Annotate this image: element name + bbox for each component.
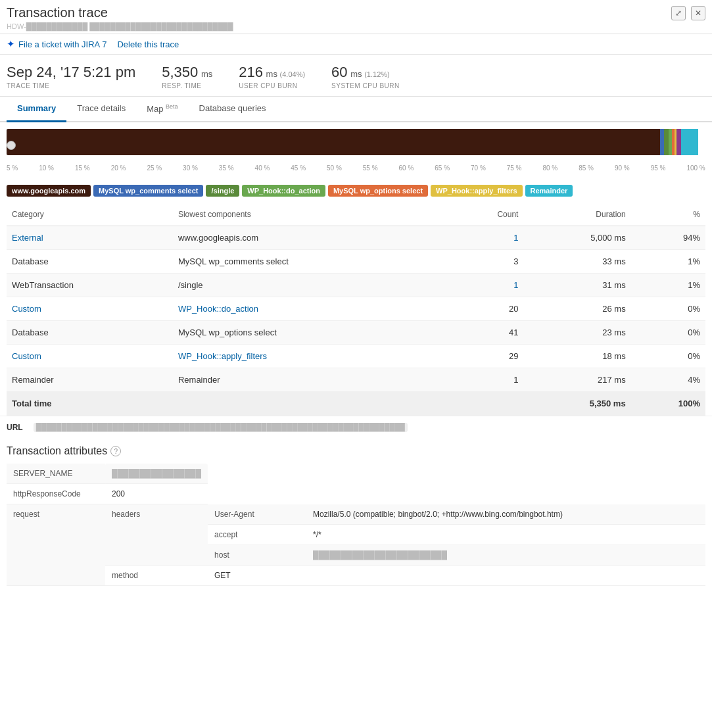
attr-value: 200 xyxy=(105,484,208,504)
cell-pct: 0% xyxy=(631,297,705,321)
components-table: Category Slowest components Count Durati… xyxy=(7,203,705,416)
cell-category: WebTransaction xyxy=(7,274,173,297)
cell-count[interactable]: 1 xyxy=(451,226,524,250)
total-row: Total time5,350 ms100% xyxy=(7,392,705,416)
timeline-bar-container xyxy=(7,129,705,162)
cell-category: Remainder xyxy=(7,368,173,392)
timeline-handle[interactable] xyxy=(7,141,16,150)
cell-pct: 94% xyxy=(631,226,705,250)
file-ticket-button[interactable]: ✦ File a ticket with JIRA 7 xyxy=(7,38,107,50)
bar-segment xyxy=(681,129,699,155)
cpu-system-metric: 60 ms (1.12%) SYSTEM CPU BURN xyxy=(331,64,400,89)
tab-trace-details[interactable]: Trace details xyxy=(66,97,136,122)
title-icons: ⤢ ✕ xyxy=(671,6,705,20)
cell-category: Database xyxy=(7,250,173,274)
jira-icon: ✦ xyxy=(7,38,15,50)
cell-count: 1 xyxy=(451,368,524,392)
host-key: host xyxy=(208,545,306,565)
bar-segment xyxy=(7,129,660,155)
attr-key: httpResponseCode xyxy=(7,484,105,504)
trace-time-metric: Sep 24, '17 5:21 pm TRACE TIME xyxy=(7,64,135,89)
attributes-title: Transaction attributes ? xyxy=(7,445,705,457)
cell-component: www.googleapis.com xyxy=(173,226,451,250)
user-agent-value: Mozilla/5.0 (compatible; bingbot/2.0; +h… xyxy=(306,504,705,525)
url-section: URL ████████████████████████████████████… xyxy=(0,416,712,439)
tab-database-queries[interactable]: Database queries xyxy=(189,97,277,122)
cell-component: /single xyxy=(173,274,451,297)
cell-count[interactable]: 1 xyxy=(451,274,524,297)
method-value: GET xyxy=(208,565,705,585)
expand-icon[interactable]: ⤢ xyxy=(671,6,686,20)
cell-category[interactable]: External xyxy=(7,226,173,250)
cell-count: 20 xyxy=(451,297,524,321)
attr-row: httpResponseCode200 xyxy=(7,484,705,504)
host-value: ████████████████████████ xyxy=(306,545,705,565)
timeline-bar xyxy=(7,129,705,155)
subtitle: HDW-████████████ ███████████████████████… xyxy=(7,22,705,31)
table-row: DatabaseMySQL wp_comments select333 ms1% xyxy=(7,250,705,274)
legend-item: /single xyxy=(206,185,239,197)
attr-value: ████████████████ xyxy=(105,464,208,484)
legend-item: WP_Hook::do_action xyxy=(242,185,325,197)
legend-item: www.googleapis.com xyxy=(7,185,91,197)
cell-category[interactable]: Custom xyxy=(7,345,173,368)
legend-item: MySQL wp_options select xyxy=(328,185,428,197)
table-row: CustomWP_Hook::apply_filters2918 ms0% xyxy=(7,345,705,368)
request-row: requestheadersUser-AgentMozilla/5.0 (com… xyxy=(7,504,705,525)
total-pct: 100% xyxy=(631,392,705,416)
total-duration: 5,350 ms xyxy=(523,392,630,416)
cell-duration: 26 ms xyxy=(523,297,630,321)
col-category: Category xyxy=(7,203,173,226)
attr-row: SERVER_NAME████████████████ xyxy=(7,464,705,484)
col-count: Count xyxy=(451,203,524,226)
cell-duration: 5,000 ms xyxy=(523,226,630,250)
cell-count: 29 xyxy=(451,345,524,368)
cell-component[interactable]: WP_Hook::do_action xyxy=(173,297,451,321)
cell-pct: 1% xyxy=(631,250,705,274)
col-pct: % xyxy=(631,203,705,226)
request-row: methodGET xyxy=(7,565,705,585)
delete-trace-button[interactable]: Delete this trace xyxy=(117,39,179,49)
cell-component: Remainder xyxy=(173,368,451,392)
resp-time-metric: 5,350 ms RESP. TIME xyxy=(162,64,212,89)
cell-count: 3 xyxy=(451,250,524,274)
cell-category: Database xyxy=(7,321,173,345)
attributes-table: SERVER_NAME████████████████httpResponseC… xyxy=(7,464,705,586)
col-duration: Duration xyxy=(523,203,630,226)
cell-duration: 33 ms xyxy=(523,250,630,274)
cell-pct: 1% xyxy=(631,274,705,297)
accept-value: */* xyxy=(306,524,705,545)
cell-duration: 23 ms xyxy=(523,321,630,345)
cell-pct: 4% xyxy=(631,368,705,392)
page-title: Transaction trace xyxy=(7,5,108,20)
headers-label: headers xyxy=(105,504,208,566)
help-icon[interactable]: ? xyxy=(110,446,121,456)
attr-key: SERVER_NAME xyxy=(7,464,105,484)
tabs: Summary Trace details Map Beta Database … xyxy=(0,97,712,122)
chart-area: 5 %10 %15 %20 %25 %30 %35 %40 %45 %50 %5… xyxy=(0,122,712,181)
tab-summary[interactable]: Summary xyxy=(7,97,66,122)
total-label: Total time xyxy=(7,392,523,416)
cell-duration: 31 ms xyxy=(523,274,630,297)
request-label: request xyxy=(7,504,105,586)
action-bar: ✦ File a ticket with JIRA 7 Delete this … xyxy=(0,34,712,55)
metrics-bar: Sep 24, '17 5:21 pm TRACE TIME 5,350 ms … xyxy=(0,55,712,97)
cell-component[interactable]: WP_Hook::apply_filters xyxy=(173,345,451,368)
cell-duration: 18 ms xyxy=(523,345,630,368)
legend-item: MySQL wp_comments select xyxy=(93,185,203,197)
close-icon[interactable]: ✕ xyxy=(691,6,705,20)
method-label: method xyxy=(105,565,208,585)
cell-count: 41 xyxy=(451,321,524,345)
cpu-user-metric: 216 ms (4.04%) USER CPU BURN xyxy=(239,64,305,89)
cell-pct: 0% xyxy=(631,345,705,368)
tab-map[interactable]: Map Beta xyxy=(136,97,188,122)
top-bar: Transaction trace ⤢ ✕ HDW-████████████ █… xyxy=(0,0,712,34)
user-agent-key: User-Agent xyxy=(208,504,306,525)
table-row: WebTransaction/single131 ms1% xyxy=(7,274,705,297)
accept-key: accept xyxy=(208,524,306,545)
attributes-section: Transaction attributes ? SERVER_NAME████… xyxy=(0,439,712,593)
cell-component: MySQL wp_options select xyxy=(173,321,451,345)
cell-category[interactable]: Custom xyxy=(7,297,173,321)
table-row: Externalwww.googleapis.com15,000 ms94% xyxy=(7,226,705,250)
cell-duration: 217 ms xyxy=(523,368,630,392)
